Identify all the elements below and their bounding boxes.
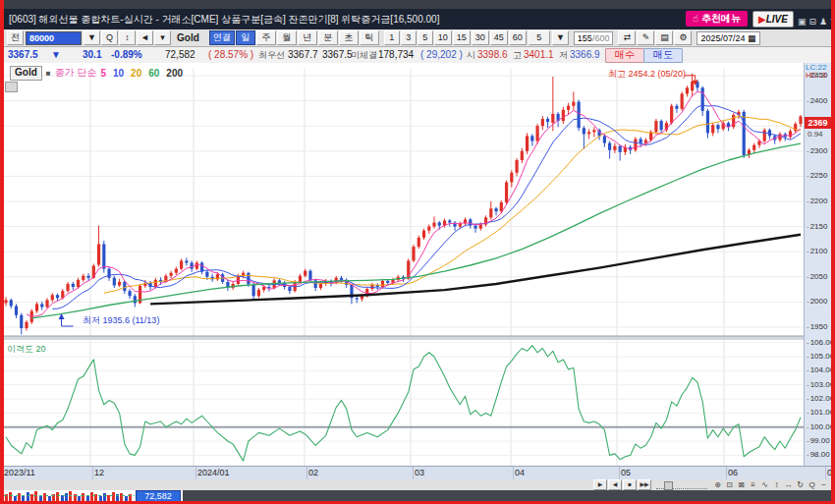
price-tick-2100: 2100: [807, 247, 827, 255]
price-tick-1950: 1950: [807, 322, 827, 331]
window-title: [0603] 해외선물 종합차트-실시간 - 거래소[CME] 상품구분[금속]…: [9, 9, 439, 29]
period-button-월[interactable]: 월: [277, 30, 297, 45]
bottom-filler: [183, 490, 831, 501]
minute-button-1[interactable]: 1: [384, 30, 400, 45]
period-button-초[interactable]: 초: [339, 30, 359, 45]
sub-tick-99: 99.00: [807, 436, 830, 445]
time-label-05: 05: [621, 468, 631, 477]
price-axis[interactable]: LC:22 HC:-3 2369 0.94 245024002300225022…: [804, 63, 832, 466]
minute-button-3[interactable]: 3: [401, 30, 417, 45]
buy-button[interactable]: 매수: [605, 48, 644, 63]
volume-bar: [69, 491, 72, 501]
open-interest-label: 미체결: [351, 47, 377, 63]
period-button-주[interactable]: 주: [256, 30, 276, 45]
legend-ma-200: 200: [166, 68, 183, 79]
highest-price-annotation: 최고 2454.2 (05/20): [589, 68, 686, 81]
sub-tick-100: 100.00: [807, 422, 832, 431]
gear-icon[interactable]: ⚙: [674, 30, 692, 45]
high-value: 3401.1: [524, 47, 554, 63]
time-axis-separator: [726, 467, 727, 480]
time-label-2024/01: 2024/01: [197, 468, 230, 477]
time-axis[interactable]: 2023/11122024/01020304050606/21: [0, 466, 835, 480]
link-icon[interactable]: ⇄: [618, 30, 636, 45]
nav-tool-icon-6[interactable]: ↔: [783, 480, 794, 490]
sub-tick-106: 106.00: [807, 338, 832, 347]
play-icon: ▶: [758, 14, 766, 25]
volume-pct: ( 28.57% ): [208, 47, 253, 63]
minute-button-30[interactable]: 30: [472, 30, 489, 45]
open-value: 3398.6: [477, 47, 508, 63]
open-interest-value: 178,734: [378, 47, 414, 63]
nav-button-2[interactable]: ■: [623, 479, 637, 490]
chart-toolbar: 전 80000 ▼Q↕◄▾ Gold 연결일주월년분초틱 13510153045…: [0, 29, 835, 47]
combo-dropdown-icon[interactable]: ▼: [552, 30, 569, 45]
date-picker[interactable]: 2025/07/24 ▦: [696, 31, 759, 45]
nav-tool-icon-1[interactable]: ⊡: [724, 480, 735, 490]
nav-tool-icon-9[interactable]: −: [818, 480, 829, 490]
code-dropdown-icon[interactable]: ▼: [84, 30, 100, 45]
period-button-틱[interactable]: 틱: [360, 30, 379, 45]
legend-ma-10: 10: [113, 68, 124, 79]
edit-icon[interactable]: ✎: [637, 30, 654, 45]
period-button-연결[interactable]: 연결: [209, 30, 235, 45]
code-stepper-icon[interactable]: ↕: [119, 30, 136, 45]
chart-plot-area[interactable]: [4, 63, 804, 466]
jun-button[interactable]: 전: [7, 30, 24, 45]
volume-value: 72,582: [165, 47, 195, 63]
thumbs-up-icon: ☝: [693, 13, 698, 24]
slider-thumb[interactable]: [664, 481, 673, 490]
time-label-06: 06: [728, 468, 738, 477]
nav-button-3[interactable]: ▶▶: [638, 479, 651, 490]
nav-tool-icon-7[interactable]: ↻: [795, 480, 806, 490]
price-tick-2150: 2150: [807, 222, 827, 231]
legend-ma-type: 종가 단순: [55, 66, 97, 80]
save-icon[interactable]: ▤: [655, 30, 673, 45]
recommend-menu-button[interactable]: ☝ 추천메뉴: [686, 11, 748, 27]
symbol-search-icon[interactable]: Q: [101, 30, 118, 45]
time-axis-separator: [513, 467, 514, 480]
nav-button-1[interactable]: ◀: [608, 479, 622, 490]
best-quote-label: 최우선: [258, 47, 285, 63]
minus-icon[interactable]: ▾: [154, 30, 171, 45]
minute-button-10[interactable]: 10: [434, 30, 452, 45]
time-axis-separator: [195, 467, 196, 480]
price-chart-canvas: [4, 63, 804, 466]
time-axis-separator: [619, 467, 620, 480]
nav-tool-icon-8[interactable]: Q: [807, 480, 817, 490]
chart-scroll-slider[interactable]: [656, 481, 707, 489]
time-axis-separator: [413, 467, 414, 480]
sell-button[interactable]: 매도: [643, 48, 683, 63]
volume-bar: [9, 492, 12, 501]
minute-button-45[interactable]: 45: [490, 30, 508, 45]
live-button[interactable]: ▶LIVE: [752, 11, 794, 28]
nav-tool-icon-3[interactable]: ≡: [748, 480, 758, 490]
best-ask: 3367.7: [288, 47, 318, 63]
nav-tool-icon-4[interactable]: ∿: [759, 480, 770, 490]
minute-button-15[interactable]: 15: [453, 30, 471, 45]
price-tick-2450: 2450: [807, 71, 827, 80]
legend-ma-5: 5: [100, 68, 106, 79]
minute-button-60[interactable]: 60: [509, 30, 527, 45]
period-button-일[interactable]: 일: [236, 30, 255, 45]
sub-tick-101: 101.00: [807, 408, 832, 417]
lowest-price-annotation: 최저 1935.6 (11/13): [83, 314, 159, 327]
minute-button-5[interactable]: 5: [418, 30, 433, 45]
symbol-code-input[interactable]: 80000: [26, 31, 82, 45]
window-border-right: [831, 0, 835, 504]
best-bid: 3367.5: [322, 47, 353, 63]
sound-icon[interactable]: ◄: [137, 30, 153, 45]
chart-mini-button[interactable]: [5, 82, 18, 92]
open-interest-change: ( 29,202 ): [420, 47, 463, 63]
window-border-left: [0, 0, 4, 504]
period-button-분[interactable]: 분: [318, 30, 338, 45]
period-button-년[interactable]: 년: [298, 30, 317, 45]
nav-tool-icon-5[interactable]: ↕: [771, 480, 782, 490]
legend-symbol-chip[interactable]: Gold: [10, 66, 42, 81]
bar-counter: 155/600: [574, 31, 614, 45]
sub-tick-98: 98.00: [807, 450, 830, 459]
nav-button-0[interactable]: ▶: [593, 479, 607, 490]
price-tick-2250: 2250: [807, 171, 827, 180]
nav-tool-icon-2[interactable]: ⊠: [736, 480, 747, 490]
tick-count-combo[interactable]: 5: [529, 30, 550, 45]
nav-tool-icon-0[interactable]: ⊕: [712, 480, 723, 490]
